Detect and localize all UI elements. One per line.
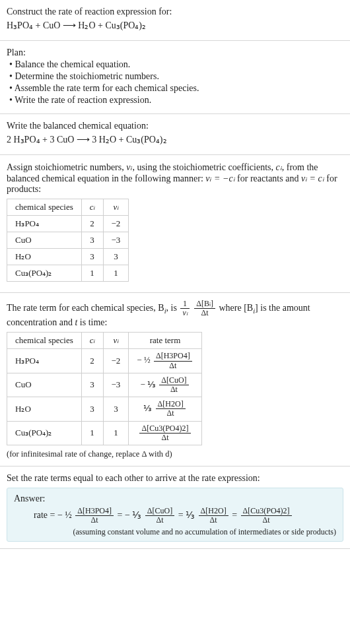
cell-rate-term: − ½ Δ[H3PO4] Δt	[129, 349, 201, 373]
stoich-intro-b: , using the stoichiometric coefficients,	[132, 162, 275, 172]
rate-coef: − ⅓	[140, 379, 156, 389]
rel-react: νᵢ = −cᵢ	[205, 174, 234, 183]
cell-rate-term: ⅓ Δ[H2O] Δt	[129, 397, 201, 421]
construct-prompt: Construct the rate of reaction expressio…	[7, 7, 343, 17]
stoich-intro-d: for reactants and	[235, 174, 301, 183]
cell-ci: 1	[81, 265, 103, 282]
rate-expression: rate = − ½ Δ[H3PO4] Δt = − ⅓ Δ[CuO] Δt =…	[14, 507, 336, 525]
section-rate-terms: The rate term for each chemical species,…	[0, 293, 350, 467]
lead-e: is time:	[77, 317, 107, 327]
rate-term-table: chemical species cᵢ νᵢ rate term H₃PO₄ 2…	[7, 332, 202, 445]
answer-box: Answer: rate = − ½ Δ[H3PO4] Δt = − ⅓ Δ[C…	[7, 488, 343, 542]
frac-den: Δt	[156, 409, 186, 418]
frac-num: Δ[CuO]	[145, 507, 174, 516]
term-3-coef: ⅓	[186, 510, 195, 520]
frac-den: Δt	[154, 362, 192, 370]
plan-bullet-2: • Determine the stoichiometric numbers.	[7, 71, 343, 82]
section-balanced: Write the balanced chemical equation: 2 …	[0, 114, 350, 155]
term-1-frac: Δ[H3PO4] Δt	[75, 507, 114, 525]
equals: =	[178, 510, 186, 520]
col-vi: νᵢ	[103, 333, 129, 349]
frac-delta-b: Δ[Bᵢ] Δt	[194, 300, 215, 317]
cell-vi: 3	[103, 397, 129, 421]
rate-frac: Δ[CuO] Δt	[159, 376, 188, 394]
lead-a: The rate term for each chemical species,…	[7, 303, 164, 313]
cell-species: Cu₃(PO₄)₂	[7, 421, 82, 445]
frac-den: Δt	[241, 516, 292, 525]
cell-species: H₂O	[7, 397, 82, 421]
answer-label: Answer:	[14, 494, 336, 504]
frac-num: Δ[H3PO4]	[154, 352, 192, 361]
col-ci: cᵢ	[81, 333, 103, 349]
cell-ci: 3	[81, 397, 103, 421]
assumption-note: (assuming constant volume and no accumul…	[14, 527, 336, 537]
section-rate-expression: Set the rate terms equal to each other t…	[0, 467, 350, 549]
frac-num: Δ[Cu3(PO4)2]	[241, 507, 292, 516]
frac-den: νᵢ	[180, 309, 189, 317]
frac-den: Δt	[145, 516, 174, 525]
table-row: CuO 3 −3	[7, 232, 129, 249]
table-row: H₃PO₄ 2 −2 − ½ Δ[H3PO4] Δt	[7, 349, 202, 373]
rate-frac: Δ[H3PO4] Δt	[154, 352, 192, 370]
equals: =	[232, 510, 239, 520]
cell-vi: −2	[103, 349, 129, 373]
col-species: chemical species	[7, 333, 82, 349]
cell-vi: 3	[103, 249, 129, 265]
stoich-intro: Assign stoichiometric numbers, νᵢ, using…	[7, 162, 343, 195]
cell-species: H₂O	[7, 249, 82, 265]
c-i: cᵢ	[276, 162, 282, 172]
table-row: Cu₃(PO₄)₂ 1 1	[7, 265, 129, 282]
col-vi: νᵢ	[103, 199, 129, 216]
frac-den: Δt	[194, 309, 215, 317]
frac-den: Δt	[159, 385, 188, 394]
rate-word: rate =	[34, 510, 57, 520]
rate-coef: ⅓	[143, 403, 152, 413]
cell-ci: 2	[81, 216, 103, 232]
section-construct: Construct the rate of reaction expressio…	[0, 0, 350, 41]
frac-num: Δ[Cu3(PO4)2]	[139, 424, 190, 434]
lead-b: , is	[166, 303, 180, 313]
plan-title: Plan:	[7, 48, 343, 58]
frac-num: 1	[180, 300, 189, 309]
balanced-equation: 2 H₃PO₄ + 3 CuO ⟶ 3 H₂O + Cu₃(PO₄)₂	[7, 134, 343, 145]
cell-species: CuO	[7, 232, 82, 249]
cell-species: Cu₃(PO₄)₂	[7, 265, 82, 282]
plan-bullet-4: • Write the rate of reaction expression.	[7, 95, 343, 106]
term-2-frac: Δ[CuO] Δt	[145, 507, 174, 525]
section-plan: Plan: • Balance the chemical equation. •…	[0, 41, 350, 114]
rate-expression-title: Set the rate terms equal to each other t…	[7, 473, 343, 484]
rel-prod: νᵢ = cᵢ	[301, 174, 324, 183]
frac-one-over-nu: 1 νᵢ	[180, 300, 189, 317]
infinitesimal-note: (for infinitesimal rate of change, repla…	[7, 449, 343, 459]
term-2-coef: − ⅓	[125, 510, 141, 520]
section-stoich-numbers: Assign stoichiometric numbers, νᵢ, using…	[0, 155, 350, 293]
rate-coef: − ½	[137, 355, 150, 365]
plan-bullet-3: • Assemble the rate term for each chemic…	[7, 83, 343, 94]
table-row: H₂O 3 3	[7, 249, 129, 265]
term-3-frac: Δ[H2O] Δt	[199, 507, 228, 525]
frac-den: Δt	[75, 516, 114, 525]
rate-term-intro: The rate term for each chemical species,…	[7, 300, 343, 328]
table-row: CuO 3 −3 − ⅓ Δ[CuO] Δt	[7, 373, 202, 397]
cell-species: H₃PO₄	[7, 216, 82, 232]
rate-frac: Δ[Cu3(PO4)2] Δt	[139, 424, 190, 442]
col-species: chemical species	[7, 199, 82, 216]
cell-vi: −3	[103, 232, 129, 249]
cell-ci: 1	[81, 421, 103, 445]
table-row: H₂O 3 3 ⅓ Δ[H2O] Δt	[7, 397, 202, 421]
cell-ci: 2	[81, 349, 103, 373]
plan-bullet-1: • Balance the chemical equation.	[7, 59, 343, 70]
table-row: H₃PO₄ 2 −2	[7, 216, 129, 232]
table-row: Cu₃(PO₄)₂ 1 1 Δ[Cu3(PO4)2] Δt	[7, 421, 202, 445]
stoich-table: chemical species cᵢ νᵢ H₃PO₄ 2 −2 CuO 3 …	[7, 199, 129, 282]
frac-num: Δ[H2O]	[199, 507, 228, 516]
cell-species: H₃PO₄	[7, 349, 82, 373]
cell-vi: 1	[103, 265, 129, 282]
frac-den: Δt	[139, 434, 190, 442]
col-rate-term: rate term	[129, 333, 201, 349]
cell-species: CuO	[7, 373, 82, 397]
col-ci: cᵢ	[81, 199, 103, 216]
cell-rate-term: − ⅓ Δ[CuO] Δt	[129, 373, 201, 397]
cell-vi: −2	[103, 216, 129, 232]
lead-c: where [B	[219, 303, 253, 313]
